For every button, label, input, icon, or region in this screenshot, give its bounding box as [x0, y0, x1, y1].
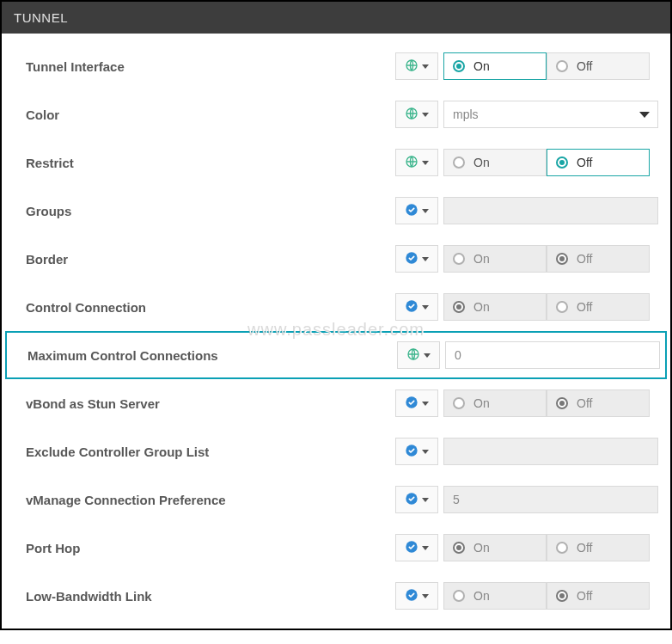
tunnel-interface-off[interactable]: Off	[547, 52, 650, 80]
restrict-off[interactable]: Off	[547, 149, 650, 176]
label-vmanage-conn-pref: vManage Connection Preference	[26, 493, 395, 507]
color-select-value[interactable]	[443, 101, 658, 128]
on-label: On	[473, 589, 490, 603]
radio-icon	[556, 301, 568, 313]
on-label: On	[473, 300, 490, 314]
radio-icon	[556, 590, 568, 602]
row-max-control-connections: Maximum Control Connections	[5, 331, 667, 379]
off-label: Off	[577, 541, 592, 555]
on-label: On	[473, 396, 490, 410]
check-circle-icon	[405, 203, 418, 219]
radio-icon	[556, 397, 568, 409]
row-tunnel-interface: Tunnel Interface On Off	[5, 42, 667, 90]
row-restrict: Restrict On Off	[5, 138, 667, 187]
label-max-control-connections: Maximum Control Connections	[27, 348, 397, 363]
off-label: Off	[577, 156, 592, 169]
caret-icon	[422, 450, 429, 454]
off-label: Off	[577, 252, 592, 266]
max-control-connections-input[interactable]	[445, 341, 660, 369]
caret-icon	[422, 402, 429, 406]
radio-icon	[453, 542, 465, 554]
scope-dropdown-restrict[interactable]	[395, 149, 438, 176]
port-hop-on[interactable]: On	[443, 534, 547, 561]
globe-icon	[405, 107, 418, 123]
radio-icon	[556, 542, 568, 554]
globe-icon	[406, 347, 420, 364]
port-hop-off[interactable]: Off	[547, 534, 650, 561]
scope-dropdown-vbond-stun[interactable]	[395, 389, 438, 417]
radio-icon	[453, 253, 465, 265]
label-border: Border	[26, 252, 395, 267]
off-label: Off	[577, 59, 592, 73]
row-color: Color	[5, 90, 667, 138]
radio-icon	[453, 301, 465, 313]
control-connection-on[interactable]: On	[443, 293, 547, 321]
caret-icon	[422, 113, 429, 117]
scope-dropdown-color[interactable]	[395, 101, 438, 128]
scope-dropdown-groups[interactable]	[395, 197, 438, 224]
caret-icon	[422, 305, 429, 310]
label-low-bw-link: Low-Bandwidth Link	[26, 589, 395, 604]
caret-icon	[422, 594, 429, 598]
check-circle-icon	[405, 588, 418, 604]
low-bw-link-on[interactable]: On	[443, 582, 547, 610]
scope-dropdown-max-control-connections[interactable]	[397, 341, 440, 369]
check-circle-icon	[405, 251, 418, 267]
radio-icon	[453, 60, 465, 72]
row-groups: Groups	[5, 187, 667, 235]
vbond-stun-on[interactable]: On	[443, 389, 547, 417]
caret-icon	[424, 353, 431, 358]
vbond-stun-off[interactable]: Off	[547, 389, 650, 417]
control-connection-off[interactable]: Off	[547, 293, 650, 321]
settings-rows: Tunnel Interface On Off	[2, 34, 670, 629]
on-label: On	[473, 252, 490, 266]
label-groups: Groups	[26, 204, 395, 218]
radio-icon	[453, 397, 465, 409]
check-circle-icon	[405, 492, 418, 508]
color-select[interactable]	[443, 101, 658, 128]
scope-dropdown-exclude-ctrl-group[interactable]	[395, 438, 438, 465]
label-port-hop: Port Hop	[26, 541, 395, 555]
radio-icon	[453, 156, 465, 169]
row-vbond-stun: vBond as Stun Server On Off	[5, 379, 667, 427]
caret-icon	[422, 209, 429, 213]
restrict-on[interactable]: On	[443, 149, 547, 176]
label-restrict: Restrict	[26, 156, 395, 170]
label-color: Color	[26, 107, 395, 122]
globe-icon	[405, 58, 418, 75]
tunnel-panel: TUNNEL Tunnel Interface On	[0, 0, 672, 630]
label-vbond-stun: vBond as Stun Server	[26, 396, 395, 411]
on-label: On	[473, 59, 490, 73]
off-label: Off	[577, 396, 592, 410]
vmanage-conn-pref-input[interactable]	[443, 486, 658, 513]
groups-input[interactable]	[443, 197, 658, 224]
label-tunnel-interface: Tunnel Interface	[26, 59, 395, 74]
scope-dropdown-vmanage-conn-pref[interactable]	[395, 486, 438, 513]
radio-icon	[556, 60, 568, 72]
scope-dropdown-control-connection[interactable]	[395, 293, 438, 321]
row-port-hop: Port Hop On Off	[5, 524, 667, 572]
caret-icon	[422, 546, 429, 550]
globe-icon	[405, 155, 418, 171]
border-on[interactable]: On	[443, 245, 547, 273]
tunnel-interface-on[interactable]: On	[443, 52, 547, 80]
panel-title: TUNNEL	[2, 2, 670, 34]
scope-dropdown-tunnel-interface[interactable]	[395, 52, 438, 80]
exclude-ctrl-group-input[interactable]	[443, 438, 658, 465]
check-circle-icon	[405, 396, 418, 412]
scope-dropdown-border[interactable]	[395, 245, 438, 273]
scope-dropdown-low-bw-link[interactable]	[395, 582, 438, 610]
caret-icon	[422, 257, 429, 261]
check-circle-icon	[405, 299, 418, 316]
check-circle-icon	[405, 444, 418, 460]
low-bw-link-off[interactable]: Off	[547, 582, 650, 610]
row-low-bw-link: Low-Bandwidth Link On Off	[5, 572, 667, 620]
caret-icon	[422, 64, 429, 69]
off-label: Off	[577, 300, 592, 314]
row-border: Border On Off	[5, 235, 667, 283]
caret-icon	[422, 161, 429, 165]
border-off[interactable]: Off	[547, 245, 650, 273]
off-label: Off	[577, 589, 592, 603]
scope-dropdown-port-hop[interactable]	[395, 534, 438, 561]
label-exclude-ctrl-group: Exclude Controller Group List	[26, 445, 395, 459]
